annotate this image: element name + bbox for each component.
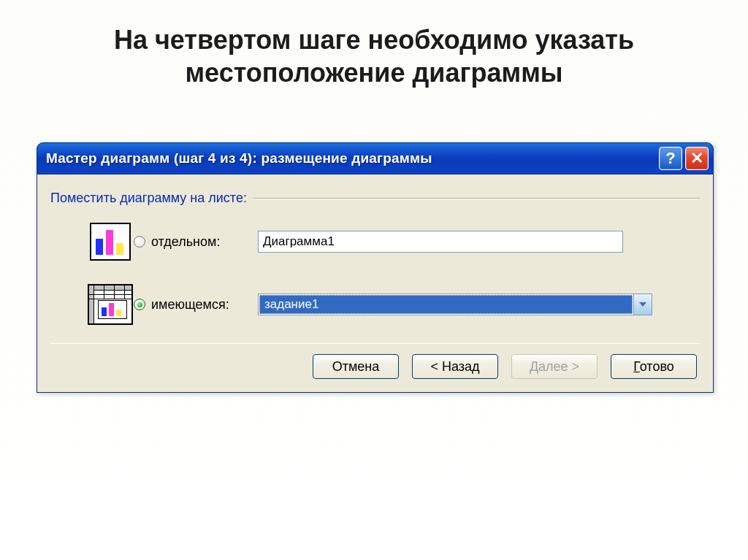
option-existing-row: имеющемся: задание1 [87, 280, 692, 329]
radio-icon [134, 299, 145, 310]
option-separate-row: отдельном: [87, 218, 692, 266]
chevron-down-icon[interactable] [633, 294, 652, 315]
new-sheet-icon [87, 220, 134, 264]
chart-wizard-dialog: Мастер диаграмм (шаг 4 из 4): размещение… [37, 142, 714, 393]
help-button[interactable]: ? [659, 147, 682, 170]
existing-sheet-icon [87, 283, 134, 326]
titlebar[interactable]: Мастер диаграмм (шаг 4 из 4): размещение… [37, 142, 714, 174]
existing-sheet-combo[interactable]: задание1 [258, 294, 652, 315]
back-button[interactable]: < Назад [412, 354, 498, 379]
radio-existing[interactable]: имеющемся: [134, 297, 258, 312]
titlebar-text: Мастер диаграмм (шаг 4 из 4): размещение… [46, 150, 656, 166]
combo-value: задание1 [259, 295, 633, 314]
radio-icon [134, 236, 145, 248]
radio-separate-label: отдельном: [151, 234, 220, 250]
group-label-row: Поместить диаграмму на листе: [50, 191, 700, 206]
radio-separate[interactable]: отдельном: [134, 234, 258, 250]
radio-existing-label: имеющемся: [151, 297, 229, 312]
close-button[interactable]: ✕ [685, 147, 709, 170]
cancel-button[interactable]: Отмена [313, 354, 399, 379]
help-icon: ? [665, 149, 675, 168]
dialog-body: Поместить диаграмму на листе: отдельном: [37, 174, 714, 393]
group-label: Поместить диаграмму на листе: [50, 191, 247, 206]
separate-sheet-name-input[interactable] [258, 231, 623, 253]
next-button: Далее > [511, 354, 598, 379]
separator [253, 198, 700, 199]
close-icon: ✕ [690, 149, 703, 168]
slide-heading: На четвертом шаге необходимо указать мес… [0, 23, 748, 89]
slide: На четвертом шаге необходимо указать мес… [0, 0, 748, 560]
finish-button[interactable]: Готово [611, 354, 697, 379]
button-row: Отмена < Назад Далее > Готово [50, 343, 700, 385]
